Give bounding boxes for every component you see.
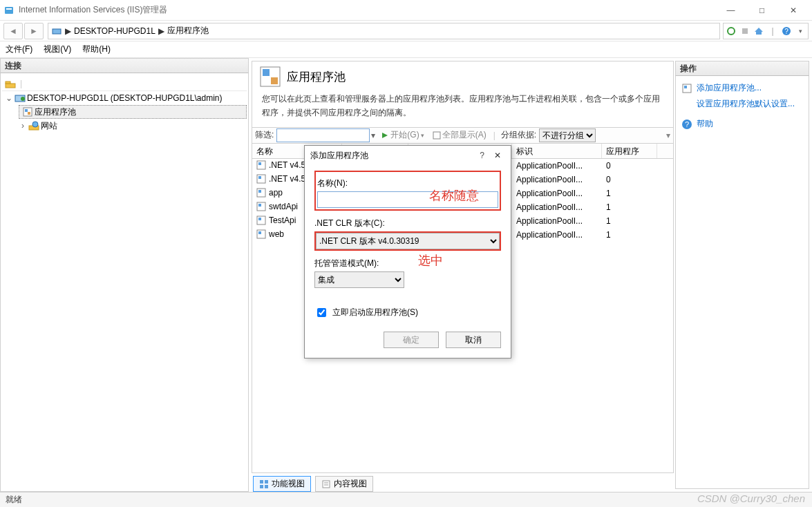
- svg-text:?: ?: [784, 28, 789, 35]
- status-bar: 就绪: [0, 492, 812, 507]
- filter-input[interactable]: [276, 128, 370, 142]
- svg-rect-25: [258, 176, 261, 179]
- add-app-pool-dialog: 添加应用程序池 ? ✕ 名称(N): 名称随意 .NET CLR 版本(C): …: [304, 145, 511, 358]
- actions-pane: 操作 添加应用程序池... 设置应用程序池默认设置... ? 帮助: [674, 58, 812, 492]
- svg-rect-1: [6, 8, 12, 10]
- tree-server-label: DESKTOP-HUPGD1L (DESKTOP-HUPGD1L\admin): [27, 93, 223, 103]
- svg-rect-33: [258, 231, 261, 234]
- action-add-pool[interactable]: 添加应用程序池...: [681, 80, 803, 96]
- svg-rect-35: [265, 480, 268, 484]
- clr-select[interactable]: .NET CLR 版本 v4.0.30319: [316, 233, 500, 249]
- apppool-icon: [22, 106, 33, 117]
- show-all-button[interactable]: 全部显示(A): [428, 129, 491, 141]
- center-header: 应用程序池: [252, 61, 673, 89]
- name-input[interactable]: [317, 191, 498, 208]
- ok-button[interactable]: 确定: [384, 332, 439, 348]
- action-set-defaults[interactable]: 设置应用程序池默认设置...: [681, 96, 803, 112]
- name-section-highlight: 名称(N): 名称随意: [314, 171, 501, 211]
- dialog-help-button[interactable]: ?: [474, 151, 490, 160]
- svg-rect-4: [742, 28, 748, 34]
- tab-features[interactable]: 功能视图: [253, 476, 311, 492]
- window-title: Internet Information Services (IIS)管理器: [19, 4, 167, 16]
- maximize-button[interactable]: □: [746, 1, 777, 20]
- more-icon[interactable]: ▾: [663, 131, 673, 140]
- menu-file[interactable]: 文件(F): [6, 44, 32, 55]
- menu-view[interactable]: 视图(V): [44, 44, 71, 55]
- action-help[interactable]: ? 帮助: [681, 116, 803, 132]
- dialog-titlebar[interactable]: 添加应用程序池 ? ✕: [305, 146, 511, 165]
- col-apps[interactable]: 应用程序: [602, 144, 657, 158]
- groupby-select[interactable]: 不进行分组: [539, 128, 596, 142]
- dialog-close-button[interactable]: ✕: [490, 151, 505, 160]
- svg-rect-13: [25, 109, 28, 112]
- col-identity[interactable]: 标识: [512, 144, 602, 158]
- status-text: 就绪: [6, 494, 22, 506]
- actions-header: 操作: [675, 61, 809, 76]
- svg-text:?: ?: [685, 120, 689, 128]
- iis-icon: [3, 5, 15, 16]
- tree-app-pools[interactable]: 应用程序池: [19, 105, 247, 119]
- connect-icon[interactable]: [5, 78, 16, 89]
- expand-icon[interactable]: ›: [19, 121, 27, 131]
- help-icon[interactable]: ?: [780, 25, 793, 37]
- svg-rect-27: [258, 190, 261, 193]
- tree-sites-label: 网站: [41, 120, 57, 132]
- svg-rect-14: [28, 112, 30, 115]
- bc-server[interactable]: DESKTOP-HUPGD1L: [74, 26, 155, 36]
- tree-sites[interactable]: › 网站: [16, 119, 247, 133]
- tree-server[interactable]: ⌄ DESKTOP-HUPGD1L (DESKTOP-HUPGD1L\admin…: [2, 91, 247, 105]
- svg-rect-36: [260, 485, 263, 488]
- center-description: 您可以在此页上查看和管理服务器上的应用程序池列表。应用程序池与工作进程相关联，包…: [252, 89, 673, 127]
- minimize-button[interactable]: —: [715, 1, 746, 20]
- add-icon: [681, 83, 692, 94]
- watermark: CSDN @Curry30_chen: [697, 492, 805, 504]
- filter-label: 筛选:: [252, 129, 276, 141]
- clr-label: .NET CLR 版本(C):: [314, 218, 501, 229]
- go-button[interactable]: 开始(G) ▾: [377, 129, 428, 141]
- svg-rect-0: [5, 7, 13, 14]
- svg-point-3: [728, 28, 735, 35]
- svg-rect-21: [433, 132, 440, 139]
- groupby-label: 分组依据:: [498, 129, 539, 141]
- tree-app-pools-label: 应用程序池: [35, 106, 76, 118]
- close-button[interactable]: ✕: [777, 1, 809, 20]
- svg-point-16: [32, 122, 38, 127]
- svg-marker-5: [755, 28, 763, 35]
- svg-rect-23: [258, 162, 261, 165]
- content-icon: [321, 479, 331, 489]
- filter-bar: 筛选: ▾ 开始(G) ▾ 全部显示(A) | 分组依据: 不进行分组 ▾: [252, 127, 673, 144]
- svg-rect-2: [53, 29, 61, 34]
- server-icon: [51, 26, 62, 37]
- pipe-select[interactable]: 集成: [314, 271, 404, 288]
- forward-button[interactable]: ►: [24, 23, 44, 39]
- breadcrumb[interactable]: ▶ DESKTOP-HUPGD1L ▶ 应用程序池: [48, 23, 720, 39]
- tree-container: | ⌄ DESKTOP-HUPGD1L (DESKTOP-HUPGD1L\adm…: [0, 73, 249, 492]
- center-title: 应用程序池: [287, 69, 346, 85]
- tab-content[interactable]: 内容视图: [315, 476, 373, 492]
- expand-icon[interactable]: ⌄: [5, 93, 13, 103]
- bc-page[interactable]: 应用程序池: [167, 25, 209, 37]
- svg-rect-37: [265, 485, 268, 488]
- menu-help[interactable]: 帮助(H): [82, 44, 111, 55]
- nav-bar: ◄ ► ▶ DESKTOP-HUPGD1L ▶ 应用程序池 | ? ▾: [0, 21, 812, 41]
- title-bar: Internet Information Services (IIS)管理器 —…: [0, 0, 812, 21]
- cancel-button[interactable]: 取消: [446, 332, 501, 348]
- menu-bar: 文件(F) 视图(V) 帮助(H): [0, 41, 812, 58]
- svg-marker-20: [382, 133, 388, 138]
- back-button[interactable]: ◄: [3, 23, 23, 39]
- refresh-all-icon[interactable]: [725, 25, 737, 37]
- name-label: 名称(N):: [317, 178, 498, 189]
- bc-sep-icon: ▶: [65, 26, 71, 36]
- tree-toolbar: |: [2, 76, 247, 91]
- home-icon[interactable]: [753, 25, 765, 37]
- connections-header: 连接: [0, 58, 249, 73]
- stop-icon[interactable]: [739, 25, 751, 37]
- svg-rect-8: [6, 84, 15, 88]
- toolbar-right: | ? ▾: [723, 23, 809, 39]
- pipe-label: 托管管道模式(M):: [314, 258, 501, 269]
- sites-icon: [28, 120, 39, 131]
- svg-rect-34: [260, 480, 263, 484]
- svg-rect-42: [684, 86, 687, 88]
- bc-sep-icon: ▶: [158, 26, 164, 36]
- autostart-checkbox[interactable]: [317, 308, 326, 317]
